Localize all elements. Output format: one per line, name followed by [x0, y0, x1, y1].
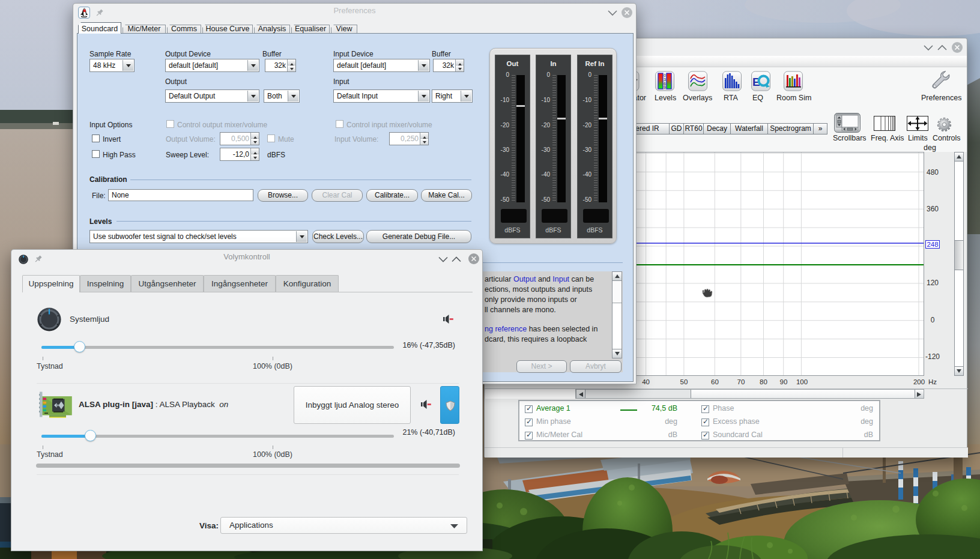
svg-text:3: 3 [664, 77, 666, 82]
svg-text:0: 0 [664, 73, 666, 77]
svg-text:9: 9 [664, 85, 666, 89]
